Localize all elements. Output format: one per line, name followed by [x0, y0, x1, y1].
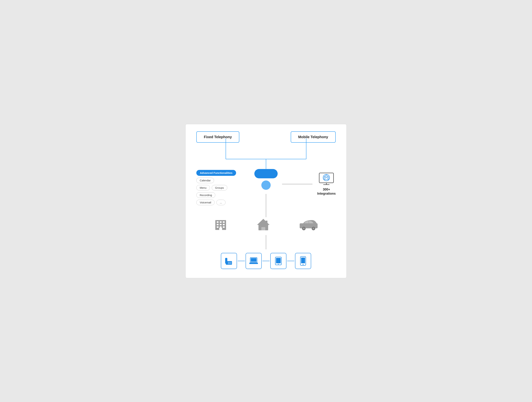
adv-badge-voicemail[interactable]: Voicemail [196, 200, 215, 205]
office-building-icon [214, 217, 228, 232]
adv-badge-recording[interactable]: Recording [196, 192, 215, 198]
svg-rect-16 [220, 221, 222, 223]
svg-rect-17 [223, 221, 225, 223]
desk-phone-icon [224, 256, 234, 266]
svg-point-31 [303, 228, 305, 230]
svg-rect-46 [276, 258, 281, 263]
device-row [220, 253, 312, 269]
laptop-icon [249, 256, 259, 266]
adv-badge-more[interactable]: ... [216, 200, 226, 205]
mobile-telephony-label: Mobile Telephony [298, 135, 328, 139]
svg-point-41 [231, 263, 231, 264]
device-line-2 [262, 261, 270, 261]
adv-badge-menu[interactable]: Menu [196, 185, 210, 191]
advanced-functionalities-title[interactable]: Advanced Functionalities [196, 170, 236, 176]
svg-rect-20 [223, 224, 225, 225]
svg-point-33 [313, 228, 314, 230]
svg-point-37 [229, 262, 230, 263]
svg-marker-25 [257, 219, 270, 225]
svg-rect-24 [219, 228, 222, 230]
svg-rect-19 [220, 224, 222, 225]
mid-icons-row [186, 217, 346, 232]
svg-rect-22 [220, 226, 222, 228]
svg-rect-27 [261, 227, 265, 230]
integrations-count: 300+ Integrations [317, 187, 336, 196]
tablet-icon [273, 256, 283, 266]
svg-point-50 [303, 264, 304, 265]
adv-row-voicemail: Voicemail ... [196, 200, 226, 205]
pbx-dot [261, 180, 271, 190]
fixed-telephony-box: Fixed Telephony [196, 131, 239, 143]
svg-rect-35 [225, 258, 227, 264]
laptop-box [246, 253, 262, 269]
adv-badge-calendar[interactable]: Calendar [196, 178, 214, 183]
svg-rect-21 [217, 226, 219, 228]
svg-point-38 [231, 262, 231, 263]
svg-point-40 [229, 263, 230, 264]
adv-row-recording: Recording [196, 192, 215, 198]
desk-phone-box [221, 253, 237, 269]
svg-rect-18 [217, 224, 219, 225]
diagram-container: Fixed Telephony Mobile Telephony Advance… [185, 124, 347, 278]
svg-point-47 [278, 264, 279, 265]
svg-rect-49 [301, 258, 305, 263]
svg-point-36 [228, 262, 229, 263]
device-line-3 [287, 261, 294, 261]
pbx-pill [254, 169, 278, 178]
home-icon [255, 217, 271, 232]
fixed-telephony-label: Fixed Telephony [204, 135, 232, 139]
advanced-functionalities-panel: Advanced Functionalities Calendar Menu G… [196, 170, 236, 205]
svg-rect-12 [325, 178, 327, 179]
adv-badge-groups[interactable]: Groups [212, 185, 227, 191]
svg-rect-28 [266, 221, 267, 224]
integrations-monitor-icon [318, 172, 335, 186]
svg-rect-44 [251, 258, 257, 262]
svg-rect-15 [217, 221, 219, 223]
pbx-center [254, 169, 278, 190]
adv-row-menu-groups: Menu Groups [196, 185, 227, 191]
mobile-phone-box [295, 253, 311, 269]
svg-rect-43 [249, 262, 258, 264]
svg-rect-23 [223, 226, 225, 228]
top-telephony-row: Fixed Telephony Mobile Telephony [196, 131, 336, 143]
device-line-1 [238, 261, 245, 261]
car-icon [299, 218, 318, 231]
svg-point-39 [228, 263, 229, 264]
tablet-box [270, 253, 286, 269]
integrations-area: 300+ Integrations [317, 172, 336, 196]
adv-row-calendar: Calendar [196, 178, 214, 183]
mobile-telephony-box: Mobile Telephony [291, 131, 336, 143]
mobile-phone-icon [299, 256, 307, 266]
